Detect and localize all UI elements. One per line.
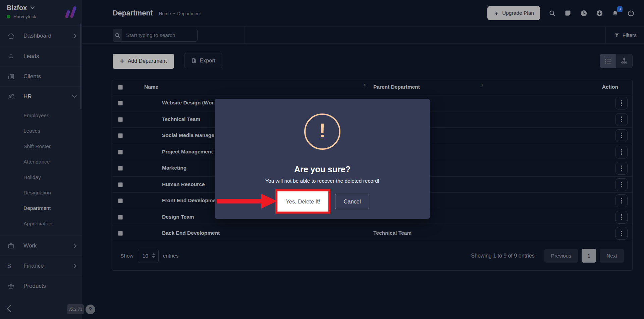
confirm-delete-button[interactable]: Yes, Delete It! — [277, 191, 328, 212]
dialog-message: You will not be able to recover the dele… — [215, 178, 430, 184]
app-root: Bizfox Harveyteck — [0, 0, 644, 319]
dialog-title: Are you sure? — [215, 165, 430, 174]
warning-circle-icon: ! — [304, 113, 340, 150]
annotation-arrow — [216, 191, 277, 211]
cancel-button[interactable]: Cancel — [335, 194, 369, 209]
annotation-highlight-box: Yes, Delete It! — [275, 189, 330, 214]
warning-exclamation-icon: ! — [319, 121, 326, 143]
